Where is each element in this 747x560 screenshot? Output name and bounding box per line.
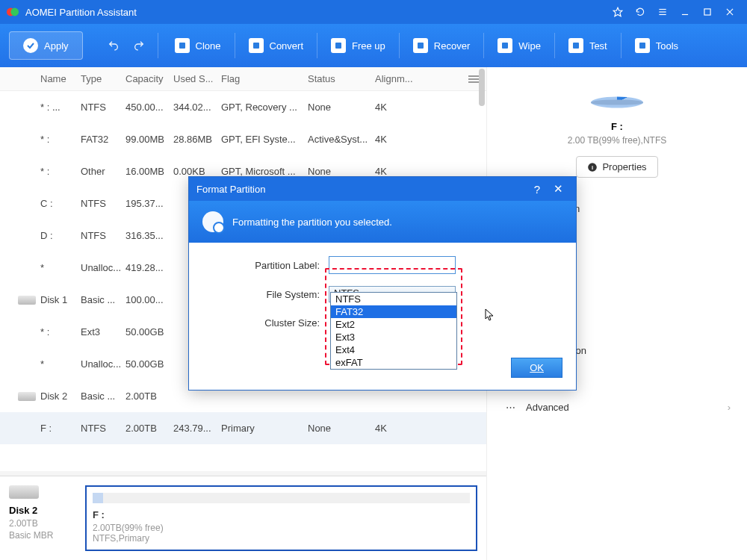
maximize-button[interactable]: [696, 0, 719, 24]
dropdown-option[interactable]: FAT32: [331, 305, 456, 318]
col-type[interactable]: Type: [78, 72, 123, 86]
partition-label-input[interactable]: [329, 256, 456, 274]
dialog-subtitle: Formatting the partition you selected.: [232, 217, 392, 228]
svg-rect-14: [502, 43, 508, 49]
tool-clone[interactable]: Clone: [166, 32, 230, 59]
tool-wipe[interactable]: Wipe: [489, 32, 550, 59]
svg-marker-2: [613, 7, 622, 16]
file-system-dropdown: NTFSFAT32Ext2Ext3Ext4exFAT: [330, 292, 457, 370]
clone-icon: [175, 38, 190, 53]
svg-text:i: i: [592, 164, 593, 170]
properties-button[interactable]: i Properties: [576, 156, 657, 178]
svg-point-1: [10, 8, 19, 16]
table-row[interactable]: F :NTFS2.00TB243.79...PrimaryNone4K: [0, 412, 486, 444]
tool-label: Convert: [270, 40, 304, 52]
label-file-system: File System:: [205, 289, 329, 300]
disk-icon: [9, 485, 39, 499]
dialog-titlebar[interactable]: Format Partition ? ✕: [189, 177, 576, 201]
wipe-icon: [498, 38, 512, 53]
partition-block[interactable]: F : 2.00TB(99% free) NTFS,Primary: [85, 485, 477, 551]
apply-button[interactable]: Apply: [9, 31, 83, 60]
table-row[interactable]: * : ...NTFS450.00...344.02...GPT, Recove…: [0, 91, 486, 123]
label-cluster-size: Cluster Size:: [205, 317, 329, 329]
col-name[interactable]: Name: [37, 72, 78, 86]
svg-rect-15: [573, 43, 579, 49]
apply-label: Apply: [44, 40, 69, 52]
svg-rect-10: [179, 43, 185, 49]
svg-rect-13: [418, 43, 424, 49]
partition-name: F :: [93, 509, 470, 520]
tool-convert[interactable]: Convert: [240, 32, 313, 59]
scrollbar-thumb[interactable]: [479, 69, 485, 106]
favorite-icon[interactable]: [607, 0, 629, 24]
table-row[interactable]: * :FAT3299.00MB28.86MBGPT, EFI Syste...A…: [0, 123, 486, 155]
convert-icon: [249, 38, 264, 53]
pie-format-icon: [202, 211, 223, 232]
dropdown-option[interactable]: NTFS: [331, 293, 456, 305]
redo-button[interactable]: [131, 37, 147, 54]
app-logo-icon: [6, 5, 19, 19]
dialog-subtitle-bar: Formatting the partition you selected.: [189, 201, 576, 243]
svg-rect-12: [335, 43, 341, 49]
recover-icon: [413, 38, 428, 53]
col-used[interactable]: Used S...: [170, 72, 218, 86]
tools-icon: [635, 38, 650, 53]
ok-button[interactable]: OK: [511, 358, 562, 378]
operation-item[interactable]: ⋯Advanced›: [498, 393, 737, 421]
op-label: Advanced: [526, 402, 569, 413]
dialog-help-button[interactable]: ?: [527, 183, 548, 196]
close-button[interactable]: [719, 0, 741, 24]
dialog-close-button[interactable]: ✕: [548, 182, 568, 196]
undo-button[interactable]: [105, 37, 122, 54]
disk-size: 2.00TB: [9, 518, 76, 529]
side-subtitle: 2.00 TB(99% free),NTFS: [498, 135, 737, 146]
dropdown-option[interactable]: Ext4: [331, 343, 456, 356]
tool-label: Recover: [434, 40, 470, 52]
app-title: AOMEI Partition Assistant: [25, 7, 607, 18]
svg-rect-16: [639, 43, 645, 49]
format-partition-dialog: Format Partition ? ✕ Formatting the part…: [188, 176, 577, 391]
titlebar: AOMEI Partition Assistant: [0, 0, 747, 24]
op-icon: ⋯: [503, 400, 517, 414]
svg-rect-7: [704, 9, 710, 15]
info-icon: i: [587, 162, 598, 172]
disk-icon: [18, 392, 36, 401]
pie-chart-icon: [591, 97, 643, 108]
col-status[interactable]: Status: [305, 72, 372, 86]
freeup-icon: [331, 38, 346, 53]
test-icon: [568, 38, 583, 53]
svg-rect-11: [253, 43, 259, 49]
col-flag[interactable]: Flag: [218, 72, 305, 86]
menu-icon[interactable]: [651, 0, 674, 24]
toolbar: Apply CloneConvertFree upRecoverWipeTest…: [0, 24, 747, 67]
dialog-title: Format Partition: [196, 184, 265, 195]
chevron-right-icon: ›: [728, 402, 731, 413]
minimize-button[interactable]: [674, 0, 696, 24]
tool-label: Tools: [656, 40, 678, 52]
tool-tools[interactable]: Tools: [626, 32, 687, 59]
side-title: F :: [498, 121, 737, 132]
disk-mode: Basic MBR: [9, 530, 76, 541]
tool-label: Wipe: [518, 40, 541, 52]
dropdown-option[interactable]: exFAT: [331, 356, 456, 369]
dropdown-option[interactable]: Ext3: [331, 331, 456, 343]
table-header: Name Type Capacity Used S... Flag Status…: [0, 67, 486, 91]
col-capacity[interactable]: Capacity: [123, 72, 170, 86]
tool-label: Clone: [196, 40, 221, 52]
tool-freeup[interactable]: Free up: [322, 32, 394, 59]
dropdown-option[interactable]: Ext2: [331, 318, 456, 331]
disk-icon: [18, 296, 36, 305]
disk-name: Disk 2: [9, 505, 76, 516]
label-partition-label: Partition Label:: [205, 260, 329, 271]
properties-label: Properties: [602, 161, 646, 172]
partition-info1: 2.00TB(99% free): [93, 523, 470, 533]
col-align[interactable]: Alignm...: [372, 72, 420, 86]
tool-test[interactable]: Test: [560, 32, 616, 59]
tool-recover[interactable]: Recover: [404, 32, 479, 59]
refresh-icon[interactable]: [629, 0, 651, 24]
partition-info2: NTFS,Primary: [93, 533, 470, 544]
disk-map-panel: Disk 2 2.00TB Basic MBR F : 2.00TB(99% f…: [0, 476, 486, 560]
check-icon: [23, 38, 38, 53]
tool-label: Free up: [352, 40, 385, 52]
tool-label: Test: [589, 40, 607, 52]
